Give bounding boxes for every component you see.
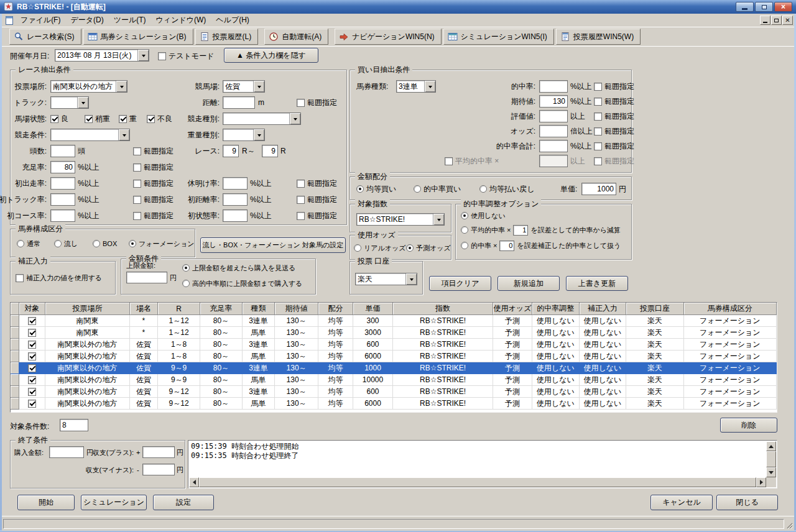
chevron-down-icon[interactable] (424, 81, 435, 92)
mdi-child-icon[interactable] (4, 16, 14, 25)
first-course-input[interactable] (50, 209, 75, 222)
chevron-down-icon[interactable] (405, 273, 417, 285)
row-selector[interactable] (11, 362, 19, 374)
chevron-down-icon[interactable] (253, 81, 264, 92)
first-run-range-checkbox[interactable]: 範囲指定 (133, 178, 174, 188)
table-row[interactable]: 南関東以外の地方佐賀9～980～馬単130～均等10000RB☆STRIKE!予… (11, 374, 777, 386)
close-dialog-button[interactable]: 閉じる (716, 495, 778, 510)
menu-item[interactable]: ツール(T) (109, 13, 151, 27)
hit-total-input[interactable] (539, 140, 568, 152)
hit-total-range-checkbox[interactable]: 範囲指定 (594, 141, 634, 151)
first-course-range-checkbox[interactable]: 範囲指定 (133, 211, 174, 221)
table-header-cell[interactable]: 種類 (242, 303, 274, 315)
first-distance-range-checkbox[interactable]: 範囲指定 (297, 195, 337, 204)
hit-rate-range-checkbox[interactable]: 範囲指定 (594, 81, 634, 91)
table-row[interactable]: 南関東以外の地方佐賀9～1280～3連単130～均等600RB☆STRIKE!予… (11, 386, 777, 398)
odds-input[interactable] (539, 125, 568, 137)
row-target-checkbox[interactable] (28, 364, 36, 372)
alloc-option[interactable]: 的中率買い (414, 184, 461, 194)
table-header-cell[interactable]: 投票場所 (45, 303, 130, 315)
menu-item[interactable]: データ(D) (65, 13, 108, 27)
table-row[interactable]: 南関東*1～1280～3連単130～均等300RB☆STRIKE!予測使用しない… (11, 315, 777, 327)
restore-button[interactable] (755, 2, 773, 12)
track-combo[interactable] (50, 96, 89, 109)
odds-used-option[interactable]: リアルオッズ (354, 243, 406, 253)
table-row[interactable]: 南関東以外の地方佐賀9～980～3連単130～均等1000RB☆STRIKE!予… (11, 362, 777, 374)
adjust-avg-input[interactable]: 1 (513, 225, 528, 236)
limit-amount-input[interactable] (126, 272, 167, 283)
hit-rate-input[interactable] (539, 80, 568, 93)
cancel-button[interactable]: キャンセル (650, 495, 713, 510)
structure-option[interactable]: フォーメーション (129, 239, 195, 249)
adjust-rate-input[interactable]: 0 (499, 241, 514, 251)
table-header-cell[interactable]: 馬券構成区分 (683, 303, 776, 315)
row-selector[interactable] (11, 339, 19, 351)
row-target-checkbox[interactable] (28, 376, 36, 384)
row-selector[interactable] (11, 398, 19, 410)
odds-range-checkbox[interactable]: 範囲指定 (594, 126, 634, 136)
heads-input[interactable] (50, 145, 75, 157)
row-target-checkbox[interactable] (28, 388, 36, 396)
expected-range-checkbox[interactable]: 範囲指定 (594, 96, 634, 106)
first-track-input[interactable] (50, 193, 75, 206)
first-track-range-checkbox[interactable]: 範囲指定 (133, 195, 174, 204)
structure-setup-button[interactable]: 流し・BOX・フォーメーション 対象馬の設定 (200, 237, 346, 253)
toolbar-button[interactable]: シミュレーションWIN5(I) (443, 29, 554, 45)
avg-hit-checkbox[interactable]: 平均的中率 × (445, 156, 499, 166)
settings-button[interactable]: 設定 (153, 495, 214, 510)
structure-option[interactable]: 流し (54, 239, 78, 249)
chevron-down-icon[interactable] (289, 113, 300, 124)
table-header-cell[interactable]: 補正入力 (579, 303, 626, 315)
row-selector[interactable] (11, 374, 19, 386)
horizontal-scrollbar[interactable] (189, 477, 766, 487)
distance-input[interactable] (223, 96, 255, 109)
row-target-checkbox[interactable] (28, 341, 36, 349)
table-row[interactable]: 南関東以外の地方佐賀9～1280～馬単130～均等6000RB☆STRIKE!予… (11, 398, 777, 410)
start-button[interactable]: 開始 (17, 495, 75, 510)
evaluation-range-checkbox[interactable]: 範囲指定 (594, 111, 634, 121)
target-index-combo[interactable]: RB☆STRIKE! (356, 213, 445, 226)
chevron-down-icon[interactable] (118, 129, 129, 140)
overwrite-update-button[interactable]: 上書き更新 (566, 276, 628, 291)
test-mode-checkbox[interactable]: テストモード (158, 51, 214, 61)
scrollbar-thumb[interactable] (766, 451, 776, 467)
amount-cond-option[interactable]: 高的中率順に上限金額まで購入する (182, 278, 302, 288)
menu-item[interactable]: ヘルプ(H) (211, 13, 254, 27)
toolbar-button[interactable]: 馬券シミュレーション(B) (83, 29, 193, 45)
structure-option[interactable]: BOX (93, 239, 117, 249)
toolbar-button[interactable]: レース検索(S) (9, 29, 81, 45)
date-combo[interactable]: 2013年 08 月 13日(火) (55, 49, 149, 62)
add-new-button[interactable]: 新規追加 (497, 276, 560, 291)
table-header-cell[interactable]: 対象 (19, 303, 45, 315)
track-condition-option[interactable]: 稍重 (85, 114, 110, 124)
table-row[interactable]: 南関東以外の地方佐賀1～880～馬単130～均等6000RB☆STRIKE!予測… (11, 351, 777, 362)
toolbar-button[interactable]: 投票履歴WIN5(W) (556, 29, 641, 45)
table-header-cell[interactable]: 期待値 (275, 303, 318, 315)
odds-used-option[interactable]: 予測オッズ (406, 243, 451, 253)
scroll-up-button[interactable] (766, 441, 776, 451)
minimize-button[interactable] (736, 2, 754, 12)
mdi-restore-button[interactable] (771, 16, 782, 25)
row-target-checkbox[interactable] (28, 317, 36, 325)
race-to-input[interactable]: 9 (262, 145, 278, 157)
first-run-input[interactable] (50, 177, 75, 190)
scrollbar-thumb[interactable] (199, 477, 756, 487)
fill-rate-range-checkbox[interactable]: 範囲指定 (133, 162, 174, 172)
race-from-input[interactable]: 9 (223, 145, 239, 157)
vertical-scrollbar[interactable] (766, 441, 776, 477)
rest-return-input[interactable] (223, 177, 248, 190)
resize-grip-icon[interactable] (785, 521, 794, 530)
row-target-checkbox[interactable] (28, 400, 36, 408)
hide-conditions-button[interactable]: ▲ 条件入力欄を隠す (224, 48, 318, 63)
menu-item[interactable]: ウィンドウ(W) (151, 13, 211, 27)
scroll-left-button[interactable] (189, 477, 199, 487)
row-target-checkbox[interactable] (28, 352, 36, 360)
race-condition-combo[interactable] (50, 129, 130, 141)
row-target-checkbox[interactable] (28, 329, 36, 337)
simulation-button[interactable]: シミュレーション (81, 495, 147, 510)
toolbar-button[interactable]: 自動運転(A) (264, 29, 328, 45)
chevron-down-icon[interactable] (116, 81, 127, 92)
amount-cond-option[interactable]: 上限金額を超えたら購入を見送る (182, 263, 296, 273)
chevron-down-icon[interactable] (433, 214, 444, 225)
profit-plus-input[interactable] (142, 446, 175, 458)
